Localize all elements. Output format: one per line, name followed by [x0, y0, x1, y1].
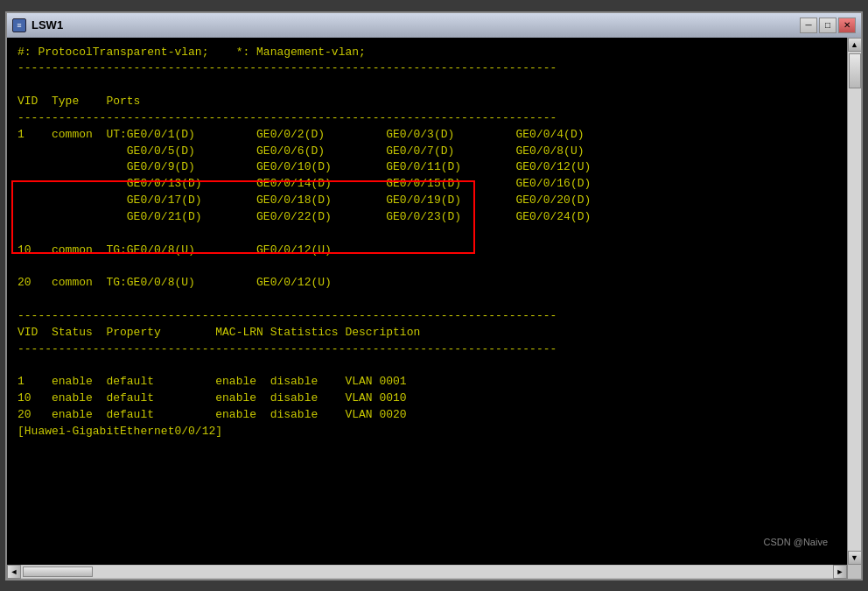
scroll-up-button[interactable]: ▲ [848, 38, 862, 52]
horizontal-scrollbar[interactable]: ◄ ► [7, 565, 847, 579]
main-window: ≡ LSW1 ─ □ ✕ #: ProtocolTransparent-vlan… [5, 11, 863, 580]
scrollbar-h-track[interactable] [21, 566, 833, 578]
app-icon: ≡ [12, 18, 26, 32]
terminal-wrapper: #: ProtocolTransparent-vlan; *: Manageme… [7, 38, 847, 565]
window-title: LSW1 [32, 18, 63, 32]
terminal-output: #: ProtocolTransparent-vlan; *: Manageme… [18, 45, 836, 440]
scrollbar-corner [847, 565, 861, 579]
close-button[interactable]: ✕ [838, 18, 856, 33]
scrollbar-track[interactable] [848, 52, 861, 551]
scroll-up-icon: ▲ [850, 40, 858, 49]
scroll-down-icon: ▼ [850, 553, 858, 562]
content-area: #: ProtocolTransparent-vlan; *: Manageme… [7, 38, 861, 565]
scroll-left-button[interactable]: ◄ [7, 565, 21, 579]
scroll-right-button[interactable]: ► [833, 565, 847, 579]
scroll-down-button[interactable]: ▼ [848, 551, 862, 565]
scrollbar-thumb[interactable] [849, 53, 861, 88]
title-bar-left: ≡ LSW1 [12, 18, 63, 32]
minimize-button[interactable]: ─ [800, 18, 817, 33]
window-controls: ─ □ ✕ [800, 18, 856, 33]
scroll-left-icon: ◄ [10, 567, 18, 576]
scrollbar-h-thumb[interactable] [23, 566, 93, 577]
bottom-bar: ◄ ► [7, 565, 861, 579]
terminal[interactable]: #: ProtocolTransparent-vlan; *: Manageme… [7, 38, 847, 447]
vertical-scrollbar[interactable]: ▲ ▼ [847, 38, 861, 565]
watermark: CSDN @Naive [763, 537, 828, 547]
scroll-right-icon: ► [836, 567, 844, 576]
title-bar: ≡ LSW1 ─ □ ✕ [7, 13, 861, 38]
maximize-button[interactable]: □ [819, 18, 836, 33]
